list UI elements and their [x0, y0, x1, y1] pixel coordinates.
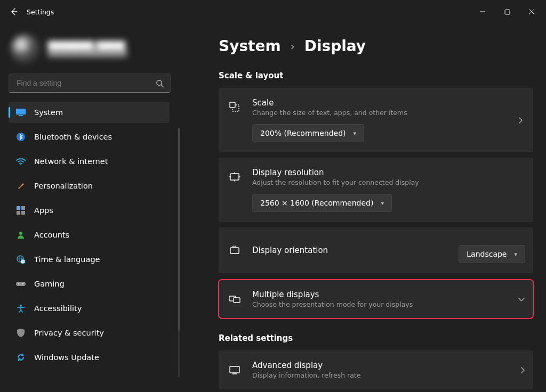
- sidebar-item-windows-update[interactable]: Windows Update: [9, 347, 170, 368]
- chevron-down-icon: ▾: [514, 251, 517, 258]
- close-icon: [528, 9, 535, 15]
- avatar: [11, 34, 41, 64]
- sidebar-item-network[interactable]: Network & internet: [9, 151, 170, 172]
- svg-rect-21: [234, 298, 240, 303]
- sidebar-item-accessibility[interactable]: Accessibility: [9, 298, 170, 319]
- scale-setting[interactable]: Scale Change the size of text, apps, and…: [219, 88, 533, 152]
- sidebar-item-label: Bluetooth & devices: [34, 133, 112, 141]
- user-name: ████████ █████: [48, 41, 127, 50]
- scale-dropdown[interactable]: 200% (Recommended) ▾: [252, 124, 364, 142]
- window-controls: [470, 0, 544, 23]
- titlebar: Settings: [0, 0, 546, 23]
- svg-point-14: [18, 283, 19, 284]
- advanced-display-desc: Display information, refresh rate: [252, 371, 508, 379]
- update-icon: [16, 353, 26, 362]
- close-button[interactable]: [519, 0, 544, 23]
- svg-point-1: [157, 80, 162, 85]
- resolution-setting: Display resolution Adjust the resolution…: [219, 158, 533, 222]
- sidebar-item-label: Personalization: [34, 182, 93, 190]
- section-heading-related: Related settings: [219, 333, 533, 343]
- person-icon: [16, 230, 26, 240]
- globe-clock-icon: [16, 255, 26, 264]
- orientation-value: Landscape: [467, 250, 507, 258]
- content-pane: System › Display Scale & layout Scale Ch…: [179, 23, 546, 392]
- sidebar: ████████ █████ ████████████████ System B…: [0, 23, 179, 392]
- chevron-right-icon: [520, 366, 525, 374]
- apps-icon: [16, 206, 26, 215]
- svg-rect-8: [17, 211, 20, 215]
- sidebar-item-privacy[interactable]: Privacy & security: [9, 322, 170, 344]
- gamepad-icon: [16, 279, 26, 289]
- chevron-right-icon: [518, 117, 523, 124]
- display-icon: [229, 365, 240, 375]
- multiple-displays-icon: [229, 295, 240, 304]
- multiple-displays-setting[interactable]: Multiple displays Choose the presentatio…: [219, 280, 533, 318]
- chevron-down-icon: [518, 297, 525, 302]
- breadcrumb-root[interactable]: System: [219, 37, 281, 55]
- window-title: Settings: [27, 8, 54, 16]
- svg-rect-7: [21, 206, 25, 210]
- orientation-title: Display orientation: [252, 246, 447, 255]
- orientation-dropdown[interactable]: Landscape ▾: [459, 245, 525, 263]
- user-email: ████████████████: [48, 50, 127, 57]
- maximize-icon: [504, 9, 510, 15]
- user-account-block[interactable]: ████████ █████ ████████████████: [5, 30, 174, 74]
- svg-point-10: [19, 232, 22, 235]
- sidebar-item-system[interactable]: System: [9, 102, 170, 123]
- breadcrumb: System › Display: [219, 37, 533, 69]
- sidebar-item-accounts[interactable]: Accounts: [9, 224, 170, 246]
- brush-icon: [16, 181, 26, 191]
- bluetooth-icon: [16, 132, 26, 142]
- sidebar-item-bluetooth[interactable]: Bluetooth & devices: [9, 126, 170, 148]
- sidebar-item-label: Accounts: [34, 231, 69, 239]
- sidebar-item-label: System: [34, 108, 63, 117]
- minimize-button[interactable]: [470, 0, 495, 23]
- accessibility-icon: [16, 304, 26, 313]
- monitor-icon: [16, 108, 26, 117]
- svg-point-5: [20, 164, 21, 165]
- orientation-setting: Display orientation Landscape ▾: [219, 227, 533, 273]
- sidebar-item-label: Apps: [34, 206, 53, 215]
- orientation-icon: [229, 246, 240, 255]
- sidebar-item-label: Privacy & security: [34, 329, 104, 337]
- svg-rect-13: [16, 282, 26, 286]
- search-icon: [156, 79, 164, 87]
- back-button[interactable]: [2, 7, 26, 16]
- svg-point-16: [20, 305, 22, 307]
- svg-rect-19: [230, 248, 239, 254]
- multiple-displays-title: Multiple displays: [252, 290, 506, 299]
- sidebar-item-apps[interactable]: Apps: [9, 200, 170, 221]
- sidebar-item-personalization[interactable]: Personalization: [9, 175, 170, 197]
- scale-value: 200% (Recommended): [260, 129, 346, 137]
- sidebar-item-label: Windows Update: [34, 353, 99, 362]
- sidebar-item-label: Network & internet: [34, 157, 108, 166]
- shield-icon: [16, 328, 26, 338]
- svg-rect-17: [230, 102, 235, 108]
- svg-rect-22: [230, 366, 239, 373]
- sidebar-item-label: Accessibility: [34, 304, 82, 313]
- advanced-display-setting[interactable]: Advanced display Display information, re…: [219, 350, 533, 389]
- sidebar-item-gaming[interactable]: Gaming: [9, 273, 170, 295]
- maximize-button[interactable]: [495, 0, 519, 23]
- resolution-icon: [229, 171, 240, 183]
- svg-rect-18: [230, 174, 239, 180]
- svg-rect-3: [19, 115, 23, 116]
- search-input[interactable]: [17, 79, 156, 87]
- search-box[interactable]: [9, 74, 171, 93]
- advanced-display-title: Advanced display: [252, 361, 508, 370]
- chevron-right-icon: ›: [291, 40, 295, 53]
- chevron-down-icon: ▾: [354, 130, 357, 137]
- sidebar-item-time-language[interactable]: Time & language: [9, 249, 170, 270]
- minimize-icon: [479, 9, 486, 15]
- svg-rect-6: [17, 206, 20, 210]
- multiple-displays-desc: Choose the presentation mode for your di…: [252, 300, 506, 308]
- chevron-down-icon: ▾: [381, 200, 384, 207]
- breadcrumb-current: Display: [304, 37, 366, 55]
- back-arrow-icon: [10, 7, 18, 16]
- svg-rect-9: [21, 211, 25, 215]
- scale-desc: Change the size of text, apps, and other…: [252, 109, 506, 117]
- svg-point-15: [22, 283, 23, 284]
- resolution-dropdown[interactable]: 2560 × 1600 (Recommended) ▾: [252, 194, 392, 212]
- svg-rect-2: [16, 109, 26, 115]
- sidebar-item-label: Time & language: [34, 255, 100, 264]
